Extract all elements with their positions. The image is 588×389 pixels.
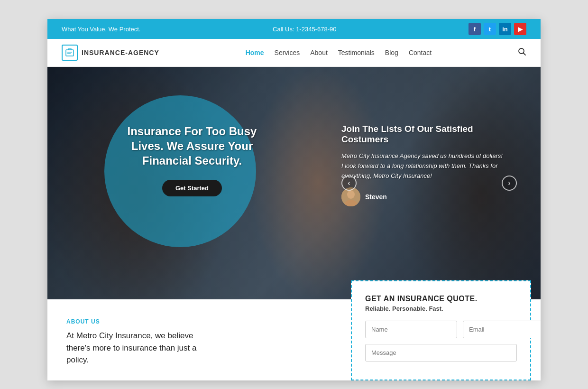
about-label: ABOUT US bbox=[66, 318, 327, 325]
email-input[interactable] bbox=[463, 321, 541, 338]
hero-headline: Insurance For Too Busy Lives. We Assure … bbox=[123, 124, 261, 168]
tagline: What You Value, We Protect. bbox=[62, 26, 140, 33]
quote-subtitle: Reliable. Personable. Fast. bbox=[365, 305, 517, 312]
quote-box: GET AN INSURANCE QUOTE. Reliable. Person… bbox=[351, 280, 531, 380]
carousel-next-button[interactable]: › bbox=[502, 176, 517, 191]
nav-contact[interactable]: Contact bbox=[409, 49, 432, 56]
author-name: Steven bbox=[365, 193, 387, 201]
nav-home[interactable]: Home bbox=[246, 49, 264, 56]
top-bar: What You Value, We Protect. Call Us: 1-2… bbox=[47, 19, 541, 39]
svg-line-4 bbox=[523, 53, 525, 55]
logo: INSURANCE-AGENCY bbox=[62, 45, 159, 61]
facebook-icon[interactable]: f bbox=[469, 23, 481, 35]
testimonial-author: Steven bbox=[341, 187, 503, 206]
main-nav: INSURANCE-AGENCY Home Services About Tes… bbox=[47, 39, 541, 67]
carousel-prev-button[interactable]: ‹ bbox=[341, 176, 357, 191]
quote-section: ABOUT US At Metro City Insurance, we bel… bbox=[47, 299, 541, 380]
logo-icon bbox=[62, 45, 78, 61]
hero-testimonial: Join The Lists Of Our Satisfied Costumer… bbox=[341, 124, 503, 206]
message-input[interactable] bbox=[365, 344, 517, 361]
svg-rect-0 bbox=[66, 50, 74, 56]
get-started-button[interactable]: Get Started bbox=[162, 180, 222, 196]
form-row-name-email bbox=[365, 321, 517, 338]
twitter-icon[interactable]: t bbox=[484, 23, 496, 35]
testimonial-text: Metro City Insurance Agency saved us hun… bbox=[341, 151, 503, 181]
nav-services[interactable]: Services bbox=[275, 49, 300, 56]
about-text: At Metro City Insurance, we believe ther… bbox=[66, 330, 218, 366]
about-section: ABOUT US At Metro City Insurance, we bel… bbox=[47, 299, 341, 380]
search-button[interactable] bbox=[518, 47, 526, 58]
logo-text: INSURANCE-AGENCY bbox=[82, 49, 159, 56]
linkedin-icon[interactable]: in bbox=[499, 23, 511, 35]
phone-number: Call Us: 1-2345-678-90 bbox=[273, 26, 336, 33]
svg-point-6 bbox=[347, 190, 355, 199]
nav-about[interactable]: About bbox=[310, 49, 328, 56]
hero-text-box: Insurance For Too Busy Lives. We Assure … bbox=[123, 124, 261, 196]
nav-links: Home Services About Testimonials Blog Co… bbox=[246, 49, 432, 56]
nav-blog[interactable]: Blog bbox=[385, 49, 398, 56]
youtube-icon[interactable]: ▶ bbox=[514, 23, 526, 35]
nav-testimonials[interactable]: Testimonials bbox=[338, 49, 375, 56]
social-icons: f t in ▶ bbox=[469, 23, 526, 35]
quote-title: GET AN INSURANCE QUOTE. bbox=[365, 295, 517, 303]
testimonial-title: Join The Lists Of Our Satisfied Costumer… bbox=[341, 124, 503, 145]
hero-section: Insurance For Too Busy Lives. We Assure … bbox=[47, 67, 541, 299]
name-input[interactable] bbox=[365, 321, 457, 338]
